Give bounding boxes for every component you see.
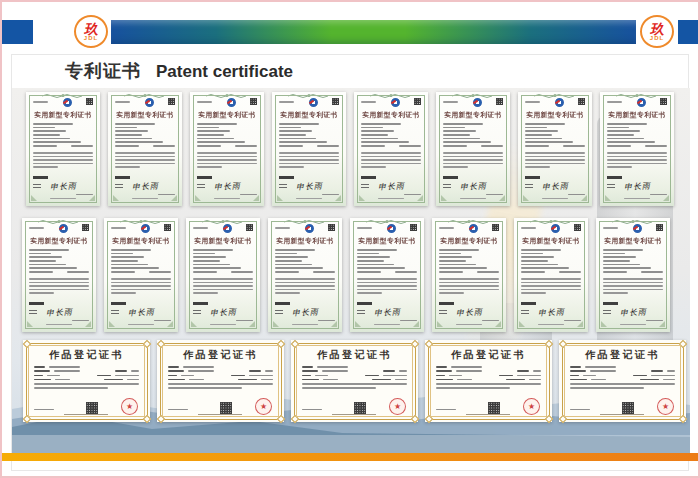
field-value-line <box>456 370 482 372</box>
text-line <box>279 159 339 161</box>
signature-row: 申长雨 <box>33 181 93 192</box>
patent-certificate: 实用新型专利证书 <box>104 218 178 332</box>
text-line <box>115 156 175 158</box>
text-line <box>29 271 53 273</box>
text-line <box>193 285 253 287</box>
certificate-field-lines <box>603 249 663 277</box>
text-line <box>115 187 123 188</box>
field-label-line <box>34 370 50 372</box>
field-label-line <box>570 375 579 377</box>
text-line <box>115 138 152 140</box>
text-line <box>603 264 640 266</box>
signature-row: 申长雨 <box>115 181 175 192</box>
copyright-certificates-row: 作品登记证书 <box>23 340 686 422</box>
issuer-text-line <box>332 414 376 415</box>
text-line <box>193 264 230 266</box>
cnipa-logo-icon <box>309 98 318 107</box>
text-line <box>197 138 234 140</box>
text-line <box>439 292 464 294</box>
text-line <box>111 292 136 294</box>
text-line <box>275 313 283 314</box>
commissioner-signature: 申长雨 <box>620 307 647 317</box>
field-value-line <box>667 370 675 372</box>
cnipa-logo-icon <box>59 224 68 233</box>
field-value-line <box>395 379 407 381</box>
commissioner-label-lines <box>603 310 611 314</box>
text-line <box>111 285 171 287</box>
certificate-field-lines <box>357 249 417 277</box>
text-line <box>33 127 55 129</box>
commissioner-signature: 申长雨 <box>456 307 483 317</box>
certificate-number-line <box>275 227 290 229</box>
qr-code-icon <box>660 98 667 105</box>
header-gradient-bar <box>111 20 636 44</box>
signature-row: 申长雨 <box>521 307 581 318</box>
text-line <box>33 145 57 147</box>
issuer-text-line <box>600 414 644 415</box>
patent-certificate: 实用新型专利证书 <box>600 92 674 206</box>
field-label-line <box>436 379 453 381</box>
cnipa-logo-icon <box>555 98 564 107</box>
footer-text-line <box>132 198 158 200</box>
field-right-column <box>115 370 139 372</box>
text-line <box>193 289 253 291</box>
text-line <box>439 282 499 284</box>
certificate-field-lines <box>29 249 89 277</box>
footer-text-line <box>46 324 72 326</box>
text-line <box>33 123 73 125</box>
field-value-line <box>181 375 194 377</box>
text-line <box>361 123 401 125</box>
redacted-bar <box>29 302 44 305</box>
patent-certificate: 实用新型专利证书 <box>436 92 510 206</box>
certificate-body: 实用新型专利证书 <box>521 224 581 325</box>
text-line <box>279 163 339 165</box>
text-line <box>563 145 585 147</box>
field-label-line <box>168 379 185 381</box>
text-line <box>525 184 533 185</box>
field-label-line <box>34 375 43 377</box>
field-value-line <box>323 379 338 381</box>
text-line <box>521 264 558 266</box>
text-line <box>193 253 215 255</box>
patent-certificate-title: 实用新型专利证书 <box>116 110 174 120</box>
certificate-paragraph <box>33 152 93 170</box>
text-line <box>357 292 382 294</box>
certificate-paragraph <box>521 278 581 296</box>
text-line <box>481 145 503 147</box>
copyright-registration-certificate: 作品登记证书 <box>23 340 150 422</box>
field-label-line <box>302 379 319 381</box>
text-line <box>357 256 390 258</box>
text-line <box>521 253 543 255</box>
text-line <box>361 130 394 132</box>
text-line <box>603 282 663 284</box>
text-line <box>603 278 663 280</box>
text-line-split <box>439 271 499 275</box>
certificate-paragraph <box>275 278 335 296</box>
field-label-line <box>651 370 663 372</box>
text-line <box>361 152 421 154</box>
field-label-line <box>383 370 395 372</box>
text-line-split <box>525 145 585 149</box>
field-value-line <box>47 375 60 377</box>
text-line <box>361 184 369 185</box>
field-row <box>570 375 675 377</box>
issue-date-line <box>322 194 339 196</box>
text-line <box>115 184 123 185</box>
commissioner-label-lines <box>29 310 37 314</box>
qr-code-icon <box>328 224 335 231</box>
text-line <box>115 134 142 136</box>
text-line <box>193 256 226 258</box>
text-line <box>279 130 312 132</box>
signature-block: 申长雨 <box>607 176 667 199</box>
text-line <box>33 163 93 165</box>
text-line <box>357 278 417 280</box>
text-line <box>603 292 628 294</box>
field-value-line <box>585 366 616 368</box>
patent-certificate: 实用新型专利证书 <box>354 92 428 206</box>
footer-text-line <box>50 198 76 200</box>
text-line <box>603 310 611 311</box>
field-value-line <box>451 366 482 368</box>
text-line <box>521 292 546 294</box>
issue-date-line <box>650 194 667 196</box>
copyright-certificate-title: 作品登记证书 <box>168 348 273 362</box>
